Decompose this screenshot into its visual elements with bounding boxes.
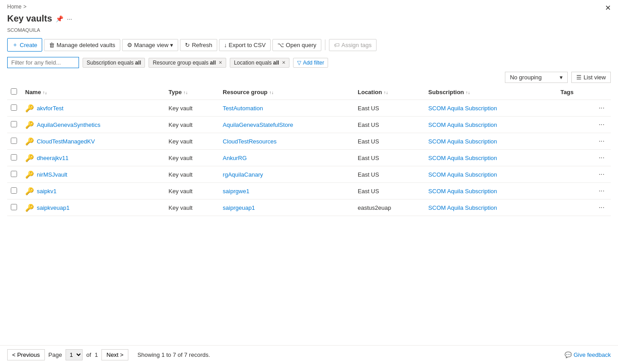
type-column-header[interactable]: Type ↑↓ bbox=[165, 85, 219, 100]
pin-icon[interactable]: 📌 bbox=[56, 15, 63, 22]
location-column-header[interactable]: Location ↑↓ bbox=[354, 85, 425, 100]
tags-cell bbox=[557, 166, 592, 183]
table-row: 🔑 CloudTestManagedKV Key vault CloudTest… bbox=[7, 133, 611, 150]
tags-cell bbox=[557, 199, 592, 216]
manage-view-label: Manage view bbox=[134, 42, 169, 48]
resource-group-link[interactable]: AnkurRG bbox=[223, 155, 246, 161]
refresh-icon: ↻ bbox=[185, 42, 190, 48]
resource-group-cell: CloudTestResources bbox=[219, 133, 354, 150]
more-actions-button[interactable]: ··· bbox=[596, 153, 607, 163]
manage-view-button[interactable]: ⚙ Manage view ▾ bbox=[122, 39, 179, 51]
add-filter-button[interactable]: ▽ Add filter bbox=[293, 58, 328, 68]
page-subtitle: SCOMAQUILA bbox=[0, 27, 618, 36]
more-actions-button[interactable]: ··· bbox=[596, 203, 607, 212]
type-cell: Key vault bbox=[165, 150, 219, 166]
type-cell: Key vault bbox=[165, 117, 219, 133]
name-cell: 🔑 nirMSJvault bbox=[22, 166, 165, 183]
row-checkbox[interactable] bbox=[11, 187, 17, 194]
resource-group-link[interactable]: TestAutomation bbox=[223, 105, 263, 112]
subscription-cell: SCOM Aquila Subscription bbox=[425, 150, 557, 166]
vault-name-link[interactable]: saipkv1 bbox=[37, 188, 57, 195]
table-row: 🔑 saipkv1 Key vault saiprgwe1 East US SC… bbox=[7, 183, 611, 199]
chevron-down-icon: ▾ bbox=[170, 42, 173, 48]
resource-group-cell: saiprgwe1 bbox=[219, 183, 354, 199]
vault-name-link[interactable]: CloudTestManagedKV bbox=[37, 138, 95, 145]
subscription-filter-label: Subscription equals all bbox=[87, 60, 141, 66]
filter-input[interactable] bbox=[7, 57, 79, 68]
name-cell: 🔑 saipkv1 bbox=[22, 183, 165, 199]
vault-name-link[interactable]: AquilaGenevaSynthetics bbox=[37, 121, 101, 128]
grouping-chevron-icon: ▾ bbox=[560, 74, 563, 81]
type-cell: Key vault bbox=[165, 166, 219, 183]
export-csv-button[interactable]: ↓ Export to CSV bbox=[219, 39, 271, 51]
resource-group-cell: AnkurRG bbox=[219, 150, 354, 166]
tags-cell bbox=[557, 133, 592, 150]
location-cell: East US bbox=[354, 166, 425, 183]
resource-group-link[interactable]: rgAquilaCanary bbox=[223, 171, 263, 178]
row-checkbox[interactable] bbox=[11, 171, 17, 177]
name-cell: 🔑 AquilaGenevaSynthetics bbox=[22, 117, 165, 133]
add-filter-label: Add filter bbox=[303, 60, 324, 66]
row-checkbox-cell bbox=[7, 117, 22, 133]
key-vaults-table: Name ↑↓ Type ↑↓ Resource group ↑↓ Locati… bbox=[7, 85, 611, 216]
row-checkbox[interactable] bbox=[11, 104, 17, 111]
more-actions-button[interactable]: ··· bbox=[596, 169, 607, 179]
subscription-link[interactable]: SCOM Aquila Subscription bbox=[428, 204, 497, 211]
row-checkbox[interactable] bbox=[11, 121, 17, 127]
subscription-link[interactable]: SCOM Aquila Subscription bbox=[428, 105, 497, 112]
location-filter-remove[interactable]: ✕ bbox=[282, 60, 285, 65]
resource-group-filter-remove[interactable]: ✕ bbox=[219, 60, 222, 65]
row-checkbox[interactable] bbox=[11, 154, 17, 160]
subscription-link[interactable]: SCOM Aquila Subscription bbox=[428, 121, 497, 128]
select-all-checkbox[interactable] bbox=[11, 88, 17, 95]
refresh-button[interactable]: ↻ Refresh bbox=[180, 39, 217, 51]
row-checkbox-cell bbox=[7, 150, 22, 166]
vault-name-link[interactable]: saipkveuap1 bbox=[37, 204, 70, 211]
name-column-header[interactable]: Name ↑↓ bbox=[22, 85, 165, 100]
vault-icon: 🔑 bbox=[25, 121, 34, 129]
subscription-link[interactable]: SCOM Aquila Subscription bbox=[428, 155, 497, 161]
resource-group-column-header[interactable]: Resource group ↑↓ bbox=[219, 85, 354, 100]
more-actions-button[interactable]: ··· bbox=[596, 103, 607, 113]
assign-tags-button[interactable]: 🏷 Assign tags bbox=[329, 39, 377, 51]
vault-name-link[interactable]: dheerajkv11 bbox=[37, 155, 69, 161]
more-options-icon[interactable]: ··· bbox=[67, 15, 72, 22]
close-button[interactable]: ✕ bbox=[605, 4, 611, 12]
subscription-cell: SCOM Aquila Subscription bbox=[425, 133, 557, 150]
more-actions-button[interactable]: ··· bbox=[596, 136, 607, 146]
open-query-label: Open query bbox=[286, 42, 316, 48]
vault-name-link[interactable]: akvforTest bbox=[37, 105, 63, 112]
vault-icon: 🔑 bbox=[25, 204, 34, 212]
subscription-link[interactable]: SCOM Aquila Subscription bbox=[428, 138, 497, 145]
more-actions-button[interactable]: ··· bbox=[596, 120, 607, 130]
name-cell: 🔑 CloudTestManagedKV bbox=[22, 133, 165, 150]
grouping-dropdown[interactable]: No grouping ▾ bbox=[505, 72, 568, 83]
list-view-button[interactable]: ☰ List view bbox=[571, 72, 611, 83]
manage-deleted-icon: 🗑 bbox=[49, 42, 55, 48]
manage-deleted-vaults-button[interactable]: 🗑 Manage deleted vaults bbox=[44, 39, 120, 51]
create-button[interactable]: ＋ Create bbox=[7, 38, 42, 52]
more-actions-cell: ··· bbox=[592, 199, 611, 216]
plus-icon: ＋ bbox=[12, 41, 18, 49]
resource-group-filter-label: Resource group equals all bbox=[153, 60, 216, 66]
row-checkbox[interactable] bbox=[11, 204, 17, 210]
filter-bar: Subscription equals all Resource group e… bbox=[0, 55, 618, 72]
subscription-filter-tag: Subscription equals all bbox=[83, 58, 145, 68]
more-actions-cell: ··· bbox=[592, 166, 611, 183]
subscription-link[interactable]: SCOM Aquila Subscription bbox=[428, 188, 497, 195]
tags-cell bbox=[557, 100, 592, 117]
more-actions-button[interactable]: ··· bbox=[596, 186, 607, 196]
table-container: Name ↑↓ Type ↑↓ Resource group ↑↓ Locati… bbox=[0, 85, 618, 216]
resource-group-filter-tag: Resource group equals all ✕ bbox=[149, 58, 226, 68]
vault-name-link[interactable]: nirMSJvault bbox=[37, 171, 67, 178]
row-checkbox[interactable] bbox=[11, 138, 17, 144]
breadcrumb-home[interactable]: Home bbox=[7, 4, 22, 10]
subscription-link[interactable]: SCOM Aquila Subscription bbox=[428, 171, 497, 178]
table-header-row: Name ↑↓ Type ↑↓ Resource group ↑↓ Locati… bbox=[7, 85, 611, 100]
subscription-column-header[interactable]: Subscription ↑↓ bbox=[425, 85, 557, 100]
resource-group-link[interactable]: AquilaGenevaStatefulStore bbox=[223, 121, 293, 128]
open-query-button[interactable]: ⌥ Open query bbox=[272, 39, 321, 51]
resource-group-link[interactable]: CloudTestResources bbox=[223, 138, 276, 145]
resource-group-link[interactable]: saiprgwe1 bbox=[223, 188, 249, 195]
resource-group-link[interactable]: saiprgeuap1 bbox=[223, 204, 255, 211]
